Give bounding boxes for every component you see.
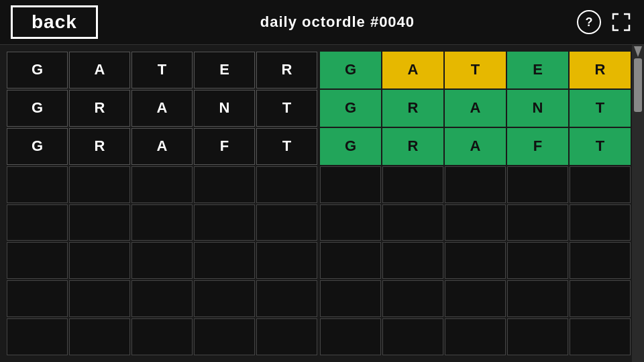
cell-left-6-4 — [256, 280, 317, 317]
panels: GATERGRANTGRAFTGATERGRANTGRAFT — [5, 50, 632, 357]
cell-right-5-0 — [320, 242, 381, 279]
cell-left-4-3 — [194, 204, 255, 241]
cell-right-7-2 — [445, 318, 506, 355]
row-left-6 — [7, 280, 317, 317]
cell-right-0-3: E — [507, 52, 568, 88]
cell-left-4-4 — [256, 204, 317, 241]
cell-right-7-1 — [382, 318, 443, 355]
cell-right-3-0 — [320, 166, 381, 203]
cell-left-2-1: R — [69, 128, 130, 165]
cell-right-5-2 — [445, 242, 506, 279]
cell-left-1-0: G — [7, 90, 68, 127]
cell-right-0-1: A — [382, 52, 443, 88]
cell-right-6-1 — [382, 280, 443, 317]
cell-right-3-4 — [570, 166, 631, 203]
cell-right-4-1 — [382, 204, 443, 241]
grid-area: GATERGRANTGRAFTGATERGRANTGRAFT — [0, 45, 632, 362]
cell-right-5-4 — [570, 242, 631, 279]
row-right-4 — [320, 204, 631, 241]
cell-left-5-4 — [256, 242, 317, 279]
help-icon[interactable]: ? — [577, 10, 601, 34]
cell-left-5-0 — [7, 242, 68, 279]
cell-right-4-4 — [570, 204, 631, 241]
cell-right-5-1 — [382, 242, 443, 279]
cell-right-4-2 — [445, 204, 506, 241]
cell-left-1-3: N — [194, 90, 255, 127]
cell-left-2-4: T — [256, 128, 317, 165]
scrollbar[interactable] — [632, 45, 644, 362]
row-left-2: GRAFT — [7, 128, 317, 165]
row-left-5 — [7, 242, 317, 279]
cell-left-3-1 — [69, 166, 130, 203]
cell-left-2-0: G — [7, 128, 68, 165]
cell-right-2-0: G — [320, 128, 381, 165]
cell-right-4-3 — [507, 204, 568, 241]
main-area: GATERGRANTGRAFTGATERGRANTGRAFT — [0, 45, 644, 362]
cell-right-2-1: R — [382, 128, 443, 165]
cell-left-3-2 — [131, 166, 193, 203]
row-right-3 — [320, 166, 631, 203]
cell-left-7-3 — [194, 318, 255, 355]
cell-right-2-3: F — [507, 128, 568, 165]
page-title: daily octordle #0040 — [98, 13, 577, 31]
cell-right-6-0 — [320, 280, 381, 317]
cell-right-6-2 — [445, 280, 506, 317]
cell-right-1-4: T — [570, 90, 631, 127]
cell-left-6-3 — [194, 280, 255, 317]
cell-left-1-1: R — [69, 90, 130, 127]
cell-right-3-2 — [445, 166, 506, 203]
cell-left-3-4 — [256, 166, 317, 203]
header: back daily octordle #0040 ? — [0, 0, 644, 45]
cell-right-0-0: G — [320, 52, 381, 88]
scrollbar-thumb[interactable] — [634, 58, 642, 112]
scrollbar-up-arrow — [634, 46, 642, 57]
cell-left-0-1: A — [69, 52, 130, 88]
cell-left-6-2 — [131, 280, 193, 317]
row-right-1: GRANT — [320, 90, 631, 127]
cell-left-4-2 — [131, 204, 193, 241]
row-right-5 — [320, 242, 631, 279]
cell-right-0-2: T — [445, 52, 506, 88]
row-left-4 — [7, 204, 317, 241]
cell-left-7-1 — [69, 318, 130, 355]
row-right-6 — [320, 280, 631, 317]
cell-right-5-3 — [507, 242, 568, 279]
cell-right-3-1 — [382, 166, 443, 203]
cell-left-7-2 — [131, 318, 193, 355]
expand-icon[interactable] — [609, 10, 633, 34]
row-left-3 — [7, 166, 317, 203]
panel-right: GATERGRANTGRAFT — [319, 50, 632, 357]
cell-right-1-0: G — [320, 90, 381, 127]
cell-left-3-3 — [194, 166, 255, 203]
cell-left-4-0 — [7, 204, 68, 241]
row-left-7 — [7, 318, 317, 355]
panel-left: GATERGRANTGRAFT — [5, 50, 319, 357]
cell-right-1-2: A — [445, 90, 506, 127]
header-icons: ? — [577, 10, 633, 34]
cell-left-5-1 — [69, 242, 130, 279]
cell-right-2-2: A — [445, 128, 506, 165]
cell-right-1-3: N — [507, 90, 568, 127]
row-left-0: GATER — [7, 52, 317, 88]
cell-left-0-4: R — [256, 52, 317, 88]
row-right-2: GRAFT — [320, 128, 631, 165]
cell-left-6-0 — [7, 280, 68, 317]
cell-right-7-0 — [320, 318, 381, 355]
cell-right-7-3 — [507, 318, 568, 355]
cell-right-6-3 — [507, 280, 568, 317]
cell-right-0-4: R — [570, 52, 631, 88]
cell-left-1-2: A — [131, 90, 193, 127]
back-button[interactable]: back — [11, 5, 98, 39]
cell-left-0-3: E — [194, 52, 255, 88]
cell-left-7-4 — [256, 318, 317, 355]
row-left-1: GRANT — [7, 90, 317, 127]
cell-right-6-4 — [570, 280, 631, 317]
row-right-7 — [320, 318, 631, 355]
cell-left-3-0 — [7, 166, 68, 203]
cell-left-5-2 — [131, 242, 193, 279]
cell-left-7-0 — [7, 318, 68, 355]
cell-right-2-4: T — [570, 128, 631, 165]
cell-right-7-4 — [570, 318, 631, 355]
cell-left-2-2: A — [131, 128, 193, 165]
cell-left-2-3: F — [194, 128, 255, 165]
